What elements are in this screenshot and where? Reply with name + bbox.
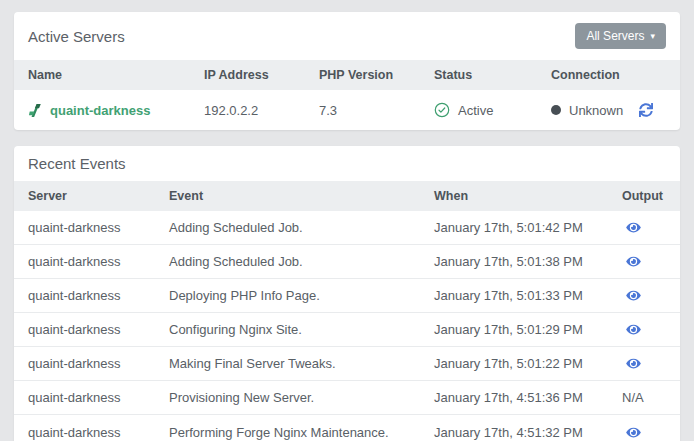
eye-icon xyxy=(626,289,641,302)
eye-icon xyxy=(626,323,641,336)
server-status: Active xyxy=(458,103,493,118)
server-php-version: 7.3 xyxy=(305,91,420,130)
column-header-status: Status xyxy=(420,60,537,90)
view-output-button[interactable] xyxy=(626,323,641,336)
all-servers-dropdown-label: All Servers xyxy=(586,29,644,43)
chevron-down-icon: ▾ xyxy=(650,32,655,41)
view-output-button[interactable] xyxy=(626,289,641,302)
event-timestamp: January 17th, 5:01:29 PM xyxy=(434,322,583,337)
server-name-link[interactable]: quaint-darkness xyxy=(50,103,150,118)
server-row: quaint-darkness 192.0.2.2 7.3 Active Unk… xyxy=(14,90,680,130)
event-server-name: quaint-darkness xyxy=(28,220,121,235)
event-description: Adding Scheduled Job. xyxy=(169,254,303,269)
status-check-icon xyxy=(434,102,450,118)
view-output-button[interactable] xyxy=(626,357,641,370)
event-description: Deploying PHP Info Page. xyxy=(169,288,320,303)
panel-title: Active Servers xyxy=(28,28,125,45)
event-row: quaint-darkness Making Final Server Twea… xyxy=(14,347,680,381)
event-server-name: quaint-darkness xyxy=(28,288,121,303)
event-server-name: quaint-darkness xyxy=(28,322,121,337)
recent-events-header: Recent Events xyxy=(14,146,680,181)
active-servers-table: Name IP Address PHP Version Status Conne… xyxy=(14,60,680,130)
event-server-name: quaint-darkness xyxy=(28,425,121,440)
all-servers-dropdown-button[interactable]: All Servers ▾ xyxy=(575,23,666,49)
event-row: quaint-darkness Configuring Nginx Site. … xyxy=(14,313,680,347)
column-header-name: Name xyxy=(14,60,190,90)
active-servers-table-header: Name IP Address PHP Version Status Conne… xyxy=(14,60,680,90)
column-header-ip: IP Address xyxy=(190,60,305,90)
eye-icon xyxy=(626,255,641,268)
recent-events-table-header: Server Event When Output xyxy=(14,181,680,211)
event-row: quaint-darkness Performing Forge Nginx M… xyxy=(14,415,680,441)
event-row: quaint-darkness Provisioning New Server.… xyxy=(14,381,680,415)
output-not-available: N/A xyxy=(622,390,644,405)
eye-icon xyxy=(626,221,641,234)
active-servers-header: Active Servers All Servers ▾ xyxy=(14,12,680,60)
eye-icon xyxy=(626,357,641,370)
refresh-connection-button[interactable] xyxy=(639,103,653,117)
server-ip: 192.0.2.2 xyxy=(190,91,305,130)
event-server-name: quaint-darkness xyxy=(28,390,121,405)
connection-status-dot xyxy=(551,105,561,115)
event-row: quaint-darkness Adding Scheduled Job. Ja… xyxy=(14,245,680,279)
event-timestamp: January 17th, 4:51:32 PM xyxy=(434,425,583,440)
event-timestamp: January 17th, 5:01:42 PM xyxy=(434,220,583,235)
server-connection: Unknown xyxy=(569,103,623,118)
event-row: quaint-darkness Adding Scheduled Job. Ja… xyxy=(14,211,680,245)
column-header-when: When xyxy=(420,181,608,211)
recent-events-panel: Recent Events Server Event When Output q… xyxy=(14,146,680,441)
event-description: Configuring Nginx Site. xyxy=(169,322,302,337)
events-table-body: quaint-darkness Adding Scheduled Job. Ja… xyxy=(14,211,680,441)
column-header-event: Event xyxy=(155,181,420,211)
view-output-button[interactable] xyxy=(626,255,641,268)
column-header-connection: Connection xyxy=(537,60,680,90)
event-description: Making Final Server Tweaks. xyxy=(169,356,336,371)
refresh-icon xyxy=(639,103,653,117)
event-description: Adding Scheduled Job. xyxy=(169,220,303,235)
event-timestamp: January 17th, 5:01:22 PM xyxy=(434,356,583,371)
eye-icon xyxy=(626,426,641,439)
view-output-button[interactable] xyxy=(626,426,641,439)
active-servers-panel: Active Servers All Servers ▾ Name IP Add… xyxy=(14,12,680,130)
event-server-name: quaint-darkness xyxy=(28,356,121,371)
event-description: Performing Forge Nginx Maintenance. xyxy=(169,425,389,440)
view-output-button[interactable] xyxy=(626,221,641,234)
event-timestamp: January 17th, 5:01:38 PM xyxy=(434,254,583,269)
event-server-name: quaint-darkness xyxy=(28,254,121,269)
column-header-output: Output xyxy=(608,181,680,211)
column-header-server: Server xyxy=(14,181,155,211)
event-description: Provisioning New Server. xyxy=(169,390,314,405)
panel-title: Recent Events xyxy=(28,155,126,172)
column-header-php: PHP Version xyxy=(305,60,420,90)
recent-events-table: Server Event When Output quaint-darkness… xyxy=(14,181,680,441)
event-timestamp: January 17th, 4:51:36 PM xyxy=(434,390,583,405)
event-timestamp: January 17th, 5:01:33 PM xyxy=(434,288,583,303)
event-row: quaint-darkness Deploying PHP Info Page.… xyxy=(14,279,680,313)
forge-server-icon xyxy=(28,103,42,118)
